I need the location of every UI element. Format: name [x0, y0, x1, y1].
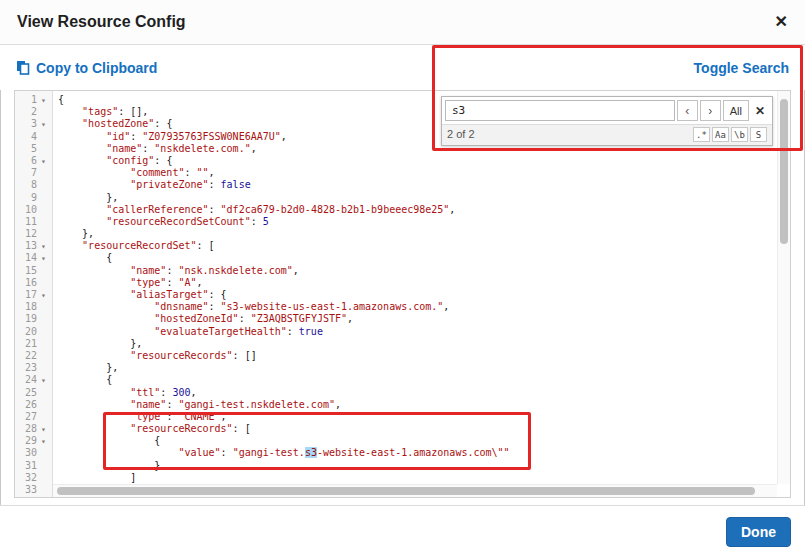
code-token: "resourceRecordSet" — [82, 240, 196, 251]
code-line[interactable]: "name": "gangi-test.nskdelete.com", — [58, 399, 790, 411]
editor-toolbar: Copy to Clipboard Toggle Search — [0, 45, 805, 90]
line-number: 23 — [15, 362, 37, 374]
code-token — [58, 423, 130, 434]
line-number: 27 — [15, 411, 37, 423]
code-line[interactable]: "resourceRecordSet": [ — [58, 240, 790, 252]
gutter-row: 2 — [15, 106, 52, 118]
code-token: "resourceRecords" — [130, 350, 232, 361]
code-token: "type" — [130, 411, 166, 422]
code-line[interactable]: { — [58, 435, 790, 447]
code-token: ] — [58, 472, 136, 483]
modal-title: View Resource Config — [17, 13, 186, 31]
horizontal-scrollbar-thumb[interactable] — [57, 487, 755, 495]
code-line[interactable]: "hostedZoneId": "Z3AQBSTGFYJSTF", — [58, 313, 790, 325]
code-line[interactable]: ] — [58, 472, 790, 484]
vertical-scrollbar-thumb[interactable] — [780, 99, 788, 244]
code-line[interactable]: "type": "CNAME", — [58, 411, 790, 423]
code-token: , — [190, 387, 196, 398]
code-token: "resourceRecordSetCount" — [106, 216, 251, 227]
line-number: 22 — [15, 350, 37, 362]
code-line[interactable]: "privateZone": false — [58, 179, 790, 191]
gutter-row: 13▾ — [15, 240, 52, 252]
code-token: "A" — [178, 277, 196, 288]
code-token — [58, 277, 130, 288]
code-line[interactable]: "evaluateTargetHealth": true — [58, 326, 790, 338]
search-option-regex[interactable]: .* — [693, 127, 710, 142]
search-option-case[interactable]: Aa — [712, 127, 729, 142]
code-token: "callerReference" — [106, 204, 208, 215]
gutter-row: 23 — [15, 362, 52, 374]
code-line[interactable]: { — [58, 374, 790, 386]
code-token: "Z07935763FSSW0NE6AA7U" — [142, 131, 280, 142]
gutter-row: 8 — [15, 179, 52, 191]
copy-to-clipboard-button[interactable]: Copy to Clipboard — [16, 60, 157, 76]
code-token: : — [287, 326, 299, 337]
code-line[interactable]: "resourceRecords": [ — [58, 423, 790, 435]
code-lines: { "tags": [], "hostedZone": { "id": "Z07… — [53, 91, 790, 497]
code-line[interactable]: { — [58, 252, 790, 264]
fold-arrow-icon[interactable]: ▾ — [37, 253, 50, 265]
line-number: 2 — [15, 106, 37, 118]
line-number: 26 — [15, 399, 37, 411]
line-number: 32 — [15, 472, 37, 484]
line-number: 21 — [15, 338, 37, 350]
close-icon[interactable]: ✕ — [775, 14, 788, 30]
code-token: "df2ca679-b2d0-4828-b2b1-b9beeec98e25" — [221, 204, 450, 215]
code-token: }, — [58, 338, 142, 349]
code-token: : [], — [118, 106, 148, 117]
search-row-main: ‹ › All ✕ — [442, 97, 772, 124]
line-number: 29 — [15, 435, 37, 447]
code-token: }, — [58, 192, 118, 203]
search-all-button[interactable]: All — [723, 100, 749, 121]
done-button[interactable]: Done — [726, 517, 791, 547]
code-line[interactable]: }, — [58, 228, 790, 240]
gutter-row: 19 — [15, 313, 52, 325]
code-line[interactable]: "name": "nsk.nskdelete.com", — [58, 265, 790, 277]
horizontal-scrollbar[interactable] — [53, 484, 777, 497]
code-line[interactable]: "aliasTarget": { — [58, 289, 790, 301]
line-number: 14 — [15, 252, 37, 264]
code-token: , — [443, 301, 449, 312]
gutter-row: 10 — [15, 204, 52, 216]
gutter-row: 11 — [15, 216, 52, 228]
gutter: 1▾23▾456▾78910111213▾14▾151617▾181920212… — [15, 91, 53, 497]
code-line[interactable]: }, — [58, 362, 790, 374]
fold-arrow-icon[interactable]: ▾ — [37, 375, 50, 387]
code-line[interactable]: "value": "gangi-test.s3-website-east-1.a… — [58, 447, 790, 459]
code-line[interactable]: "type": "A", — [58, 277, 790, 289]
search-input[interactable] — [445, 100, 675, 121]
code-line[interactable]: } — [58, 460, 790, 472]
code-token: "aliasTarget" — [130, 289, 208, 300]
modal-footer: Done — [0, 505, 805, 557]
code-line[interactable]: "resourceRecords": [] — [58, 350, 790, 362]
code-token: "privateZone" — [130, 179, 208, 190]
code-line[interactable]: "callerReference": "df2ca679-b2d0-4828-b… — [58, 204, 790, 216]
code-token — [58, 289, 130, 300]
modal-header: View Resource Config ✕ — [0, 0, 805, 45]
search-option-selection[interactable]: S — [750, 127, 767, 142]
code-line[interactable]: "config": { — [58, 155, 790, 167]
toggle-search-button[interactable]: Toggle Search — [694, 60, 789, 76]
search-option-word[interactable]: \b — [731, 127, 748, 142]
code-line[interactable]: }, — [58, 338, 790, 350]
code-line[interactable]: "ttl": 300, — [58, 387, 790, 399]
code-line[interactable]: "resourceRecordSetCount": 5 — [58, 216, 790, 228]
search-prev-button[interactable]: ‹ — [677, 100, 698, 121]
code-line[interactable]: "comment": "", — [58, 167, 790, 179]
code-line[interactable]: }, — [58, 192, 790, 204]
code-token: -website-east-1.amazonaws.com\"" — [317, 447, 510, 458]
code-token — [58, 301, 154, 312]
line-number: 9 — [15, 192, 37, 204]
line-number: 11 — [15, 216, 37, 228]
search-next-button[interactable]: › — [700, 100, 721, 121]
code-token: : — [209, 301, 221, 312]
code-token — [58, 131, 106, 142]
gutter-row: 30 — [15, 447, 52, 459]
code-token: : { — [209, 289, 227, 300]
search-close-icon[interactable]: ✕ — [751, 104, 769, 118]
code-line[interactable]: "dnsname": "s3-website-us-east-1.amazona… — [58, 301, 790, 313]
code-token — [58, 326, 154, 337]
vertical-scrollbar[interactable] — [777, 91, 790, 484]
fold-arrow-icon[interactable]: ▾ — [37, 119, 50, 131]
gutter-row: 6▾ — [15, 155, 52, 167]
